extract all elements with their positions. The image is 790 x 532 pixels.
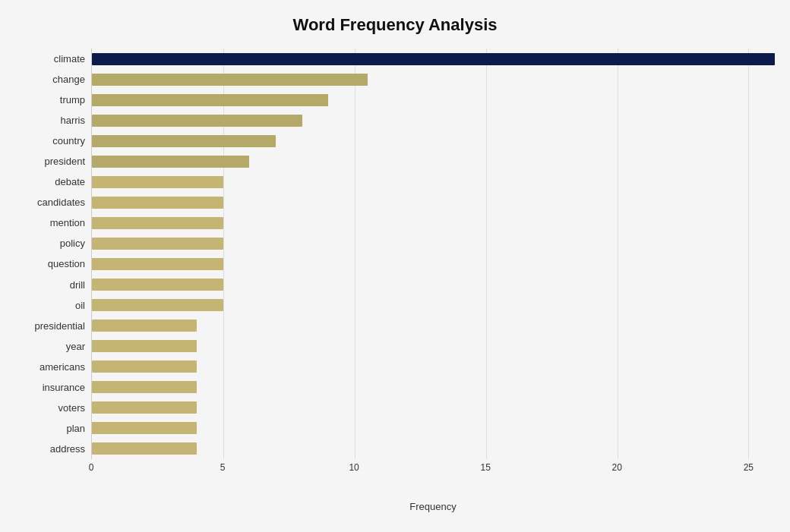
y-label: debate xyxy=(55,174,85,190)
y-label: mention xyxy=(50,215,85,231)
y-label: voters xyxy=(58,399,85,416)
bar-row xyxy=(92,133,775,150)
bar xyxy=(92,442,197,455)
x-tick: 0 xyxy=(89,462,94,473)
bar-row xyxy=(92,153,775,170)
y-label: address xyxy=(50,440,85,457)
y-label: candidates xyxy=(37,194,85,211)
bar xyxy=(92,74,368,86)
bar xyxy=(92,320,197,332)
bar-row xyxy=(92,51,775,68)
bar xyxy=(92,217,223,229)
bar-row xyxy=(92,194,775,211)
y-label: oil xyxy=(75,297,85,313)
x-axis: Frequency 0510152025 xyxy=(91,459,775,482)
bar xyxy=(92,401,197,414)
bars-area xyxy=(91,49,775,459)
bar-row xyxy=(92,256,775,272)
x-axis-label: Frequency xyxy=(91,501,775,512)
bar xyxy=(92,340,197,352)
y-label: president xyxy=(45,153,85,170)
bar-row xyxy=(92,440,775,457)
bar xyxy=(92,360,197,373)
bar xyxy=(92,381,197,393)
y-label: presidential xyxy=(35,317,86,334)
y-label: change xyxy=(52,71,85,88)
y-label: climate xyxy=(54,51,85,68)
y-labels: climatechangetrumpharriscountrypresident… xyxy=(15,49,91,482)
bar-row xyxy=(92,338,775,354)
y-label: country xyxy=(52,133,85,150)
bar-row xyxy=(92,276,775,293)
bar xyxy=(92,53,775,65)
bar-row xyxy=(92,174,775,190)
bar-row xyxy=(92,399,775,416)
x-tick: 10 xyxy=(349,462,359,473)
bar xyxy=(92,94,328,106)
bar-row xyxy=(92,297,775,313)
y-label: drill xyxy=(70,276,85,293)
bar xyxy=(92,197,223,209)
bar-row xyxy=(92,317,775,334)
bar xyxy=(92,115,302,127)
y-label: americans xyxy=(40,358,85,375)
chart-area: climatechangetrumpharriscountrypresident… xyxy=(15,49,775,482)
bar xyxy=(92,156,249,168)
y-label: year xyxy=(66,338,85,354)
chart-title: Word Frequency Analysis xyxy=(15,15,775,35)
bar xyxy=(92,238,223,250)
y-label: policy xyxy=(60,235,85,252)
bar-rows xyxy=(92,49,775,459)
bar xyxy=(92,299,223,311)
bar-row xyxy=(92,215,775,231)
y-label: insurance xyxy=(43,379,85,395)
bars-and-x: Frequency 0510152025 xyxy=(91,49,775,482)
y-label: trump xyxy=(60,92,85,109)
bar xyxy=(92,176,223,188)
bar-row xyxy=(92,420,775,436)
y-label: plan xyxy=(66,420,85,436)
chart-container: Word Frequency Analysis climatechangetru… xyxy=(0,0,790,532)
bar xyxy=(92,422,197,434)
bar-row xyxy=(92,379,775,395)
x-tick: 5 xyxy=(220,462,226,473)
x-tick: 25 xyxy=(744,462,754,473)
bar xyxy=(92,135,276,147)
y-label: harris xyxy=(60,112,85,129)
y-label: question xyxy=(48,256,85,272)
bar-row xyxy=(92,112,775,129)
bar-row xyxy=(92,92,775,109)
x-tick: 20 xyxy=(612,462,622,473)
bar-row xyxy=(92,71,775,88)
bar xyxy=(92,258,223,270)
x-tick: 15 xyxy=(481,462,491,473)
bar xyxy=(92,279,223,291)
bar-row xyxy=(92,358,775,375)
bar-row xyxy=(92,235,775,252)
